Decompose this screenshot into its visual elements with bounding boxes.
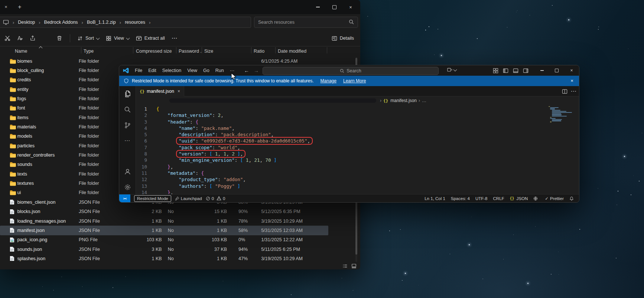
restricted-mode-badge[interactable]: Restricted Mode <box>134 195 171 202</box>
new-tab-button[interactable]: + <box>16 3 24 11</box>
search-input[interactable] <box>254 20 349 25</box>
code-line[interactable]: 11 "metadata": { <box>136 170 579 176</box>
breadcrumb-item[interactable]: Bedrock Addons <box>43 20 79 25</box>
navigate-forward-icon[interactable]: → <box>254 65 259 76</box>
close-button[interactable]: × <box>564 65 579 76</box>
menu-run[interactable]: Run <box>212 65 227 76</box>
code-line[interactable]: 3 "header": { <box>136 119 579 125</box>
menu-view[interactable]: View <box>184 65 200 76</box>
remote-window-button[interactable] <box>447 67 456 73</box>
cut-button[interactable] <box>2 33 13 43</box>
minimap[interactable] <box>549 106 573 123</box>
toggle-panel-icon[interactable] <box>513 68 518 73</box>
code-line[interactable]: 9 "min_engine_version": [ 1, 21, 70 ] <box>136 157 579 163</box>
manage-link[interactable]: Manage <box>321 78 336 83</box>
split-editor-icon[interactable] <box>562 89 567 94</box>
cell-type: JSON File <box>77 228 125 233</box>
toggle-secondary-sidebar-icon[interactable] <box>523 68 528 73</box>
code-line[interactable]: 1{ <box>136 106 579 112</box>
accounts-icon[interactable] <box>119 164 136 179</box>
column-header-compressed-size[interactable]: Compressed size <box>133 49 176 54</box>
code-line[interactable]: 13 "authors": [ "Poggy" ] <box>136 183 579 189</box>
cursor-position[interactable]: Ln 1, Col 1 <box>425 196 445 201</box>
code-line[interactable]: 10 }, <box>136 164 579 170</box>
details-view-icon[interactable] <box>342 263 348 269</box>
code-line[interactable]: 12 "product_type": "addon", <box>136 176 579 183</box>
more-views-icon[interactable]: ··· <box>119 133 136 148</box>
more-options-button[interactable]: ··· <box>168 36 182 41</box>
tab-close-icon[interactable]: × <box>2 3 10 11</box>
rename-button[interactable] <box>15 33 25 43</box>
globe-icon[interactable] <box>533 196 539 201</box>
code-line[interactable]: 7 "pack_scope": "world", <box>136 144 579 151</box>
learn-more-link[interactable]: Learn More <box>343 78 366 83</box>
breadcrumb-item[interactable]: resources <box>124 20 146 25</box>
delete-button[interactable] <box>54 33 65 43</box>
toggle-sidebar-icon[interactable] <box>503 68 508 73</box>
source-control-icon[interactable] <box>119 117 136 133</box>
menu-go[interactable]: Go <box>200 65 212 76</box>
menu-file[interactable]: File <box>132 65 145 76</box>
more-actions-icon[interactable]: ··· <box>571 89 577 94</box>
table-row[interactable]: manifest.jsonJSON File1 KBNo1 KB58%5/31/… <box>0 226 328 235</box>
maximize-button[interactable] <box>326 0 342 14</box>
indentation-indicator[interactable]: Spaces: 4 <box>451 196 470 201</box>
customize-layout-icon[interactable] <box>493 68 498 73</box>
table-row[interactable]: sounds.jsonJSON File3 KBNo37 KB94%5/11/2… <box>0 245 328 254</box>
code-line[interactable]: 4 "name": "pack.name", <box>136 125 579 131</box>
code-line[interactable]: 2 "format_version": 2, <box>136 112 579 118</box>
breadcrumb-item[interactable]: Desktop <box>17 20 36 25</box>
launchpad-button[interactable]: Launchpad <box>175 196 202 201</box>
banner-close-icon[interactable]: × <box>569 78 575 84</box>
code-editor[interactable]: 1{2 "format_version": 2,3 "header": {4 "… <box>136 105 579 195</box>
maximize-button[interactable] <box>549 65 564 76</box>
eol-indicator[interactable]: CRLF <box>493 196 504 201</box>
problems-indicator[interactable]: 0 0 <box>206 196 225 201</box>
command-center-search[interactable]: Search <box>263 67 439 75</box>
table-row[interactable]: pack_icon.pngPNG File103 KBNo103 KB0%1/3… <box>0 235 328 245</box>
breadcrumb-item[interactable]: BoB_1.1.2.zip <box>86 20 117 25</box>
table-row[interactable]: biomesFile folder6/1/2025 4:25 AM <box>0 56 328 66</box>
cell-name: textures <box>17 181 77 186</box>
encoding-indicator[interactable]: UTF-8 <box>475 196 488 201</box>
column-header-type[interactable]: Type <box>82 49 133 54</box>
formatter-indicator[interactable]: ✓ Prettier <box>545 196 564 201</box>
cell-password: No <box>165 256 190 261</box>
column-header-date-modified[interactable]: Date modified <box>276 49 350 54</box>
column-header-size[interactable]: Size <box>202 49 251 54</box>
breadcrumb[interactable]: › Desktop›Bedrock Addons›BoB_1.1.2.zip›r… <box>0 17 251 28</box>
notifications-bell-icon[interactable] <box>569 196 575 201</box>
breadcrumb-file[interactable]: manifest.json <box>390 98 417 103</box>
minimize-button[interactable] <box>310 0 326 14</box>
minimize-button[interactable] <box>534 65 549 76</box>
sort-button[interactable]: Sort <box>74 33 103 44</box>
search-view-icon[interactable] <box>119 102 136 117</box>
language-mode[interactable]: {} JSON <box>510 196 528 201</box>
settings-gear-icon[interactable] <box>119 179 136 195</box>
menu-selection[interactable]: Selection <box>159 65 184 76</box>
tab-close-icon[interactable]: × <box>178 89 180 94</box>
code-line[interactable]: 6 "uuid": "e0992d5f-e7d3-4260-abba-2da0d… <box>136 138 579 144</box>
details-button[interactable]: Details <box>328 33 357 44</box>
share-button[interactable] <box>27 33 38 43</box>
extract-all-button[interactable]: Extract all <box>133 33 168 44</box>
column-header-password[interactable]: Password ... <box>176 49 202 54</box>
column-header-ratio[interactable]: Ratio <box>251 49 276 54</box>
view-button[interactable]: View <box>103 33 133 44</box>
remote-indicator[interactable]: >< <box>119 194 130 203</box>
explorer-view-icon[interactable] <box>119 86 136 102</box>
menu-edit[interactable]: Edit <box>145 65 159 76</box>
code-line[interactable]: 5 "description": "pack.description", <box>136 131 579 138</box>
close-button[interactable]: × <box>342 0 359 14</box>
table-row[interactable]: splashes.jsonJSON File1 KBNo1 KB47%3/19/… <box>0 254 328 263</box>
large-icons-view-icon[interactable] <box>351 263 357 269</box>
code-line[interactable]: 8 "version": [ 1, 1, 2 ], <box>136 151 579 157</box>
breadcrumb-symbol[interactable]: … <box>422 98 426 103</box>
tab-manifest-json[interactable]: {} manifest.json × <box>136 86 184 96</box>
cell-name: block_culling <box>17 68 77 73</box>
restricted-mode-banner: Restricted Mode is intended for safe cod… <box>119 76 579 86</box>
navigate-back-icon[interactable]: ← <box>244 65 249 76</box>
breadcrumb-path-strip[interactable] <box>169 98 376 103</box>
table-row[interactable]: blocks.jsonJSON File2 KBNo15 KB90%5/12/2… <box>0 207 328 216</box>
table-row[interactable]: loading_messages.jsonJSON File1 KBNo1 KB… <box>0 216 328 226</box>
